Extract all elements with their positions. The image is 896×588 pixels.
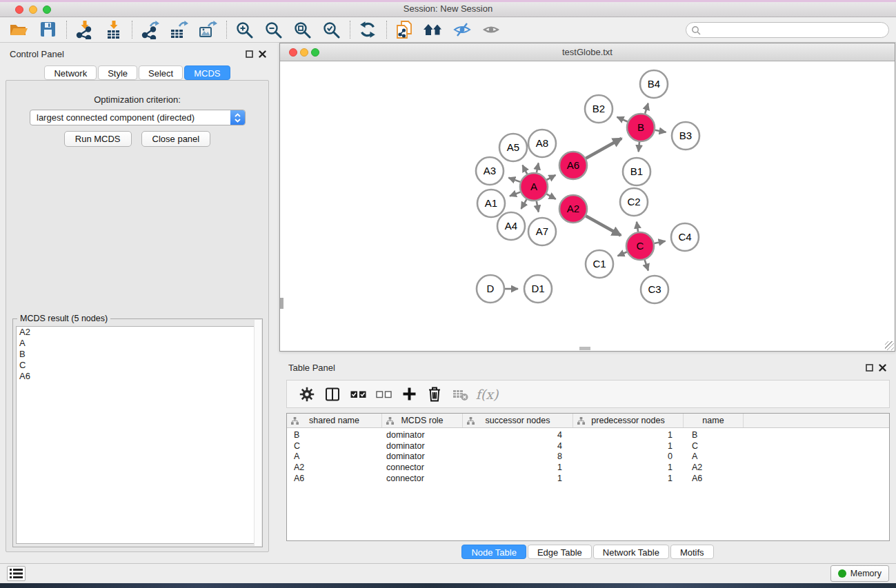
graph-node-C[interactable]: C [626, 232, 654, 260]
edge-A-A2[interactable] [546, 194, 555, 199]
import-table-button[interactable] [101, 19, 125, 41]
edge-B-B4[interactable] [645, 103, 648, 114]
edge-B-B2[interactable] [617, 117, 628, 122]
graph-node-B3[interactable]: B3 [672, 122, 699, 150]
canvas-vertical-scroll-thumb[interactable] [280, 298, 283, 309]
network-graph[interactable]: B4B2BB3A5A8A6A3B1AA1C2A2A4A7C4CC1C3DD1 [280, 62, 895, 352]
graph-node-A4[interactable]: A4 [497, 212, 525, 240]
edge-A-A8[interactable] [537, 163, 539, 173]
result-item[interactable]: A6 [17, 371, 259, 382]
float-panel-icon[interactable] [246, 50, 253, 58]
edge-A-A5[interactable] [523, 165, 528, 174]
result-item[interactable]: B [17, 349, 259, 360]
graph-node-C1[interactable]: C1 [586, 250, 613, 278]
edge-B-B3[interactable] [655, 130, 666, 132]
graph-node-A3[interactable]: A3 [476, 157, 504, 185]
edge-C-C4[interactable] [655, 241, 666, 243]
show-view-button[interactable] [479, 19, 503, 41]
export-network-button[interactable] [138, 19, 161, 41]
open-session-button[interactable] [7, 19, 30, 41]
table-row[interactable]: A2connector11A2 [287, 463, 889, 474]
edge-A-A7[interactable] [537, 201, 539, 212]
edge-A-A3[interactable] [508, 178, 520, 182]
result-item[interactable]: A [17, 338, 259, 349]
delete-column-button[interactable] [424, 384, 445, 405]
graph-node-A1[interactable]: A1 [477, 190, 505, 217]
tab-style[interactable]: Style [98, 65, 137, 80]
edge-C-C2[interactable] [637, 222, 638, 232]
zoom-out-button[interactable] [261, 19, 285, 41]
import-network-button[interactable] [72, 19, 96, 41]
edge-B-B1[interactable] [639, 142, 639, 152]
table-row[interactable]: Bdominator41B [287, 430, 889, 441]
result-list-scrollbar[interactable] [254, 320, 261, 546]
add-column-button[interactable] [399, 384, 419, 405]
table-row[interactable]: Cdominator41C [287, 441, 889, 452]
graph-node-D[interactable]: D [477, 275, 504, 303]
graph-node-A2[interactable]: A2 [559, 195, 587, 223]
run-mcds-button[interactable]: Run MCDS [64, 131, 132, 147]
function-builder-button[interactable]: f(x) [475, 384, 496, 405]
graph-node-A6[interactable]: A6 [559, 152, 587, 179]
table-settings-button[interactable] [297, 384, 317, 405]
graph-node-B4[interactable]: B4 [640, 70, 668, 98]
unselect-all-button[interactable] [373, 384, 394, 405]
table-row[interactable]: Adominator80A [287, 452, 889, 463]
graph-node-C3[interactable]: C3 [641, 276, 668, 303]
close-panel-icon[interactable] [259, 50, 266, 58]
graph-node-D1[interactable]: D1 [524, 275, 552, 303]
canvas-horizontal-scroll-thumb[interactable] [579, 347, 590, 350]
result-item[interactable]: C [17, 360, 259, 371]
home-layout-button[interactable] [421, 19, 445, 41]
show-columns-button[interactable] [322, 384, 343, 405]
column-header-shared-name[interactable]: shared name [287, 414, 382, 427]
export-image-button[interactable] [196, 19, 219, 41]
zoom-in-button[interactable] [232, 19, 256, 41]
graph-node-C4[interactable]: C4 [671, 223, 699, 251]
select-stepper[interactable] [230, 110, 245, 125]
graph-node-A8[interactable]: A8 [528, 130, 556, 157]
result-item[interactable]: A2 [17, 327, 259, 338]
export-table-button[interactable] [167, 19, 190, 41]
table-row[interactable]: A6connector11A6 [287, 474, 889, 485]
graph-node-C2[interactable]: C2 [620, 188, 648, 216]
column-header-name[interactable]: name [684, 414, 744, 427]
refresh-button[interactable] [356, 19, 379, 41]
graph-node-A5[interactable]: A5 [499, 134, 527, 161]
network-canvas[interactable]: B4B2BB3A5A8A6A3B1AA1C2A2A4A7C4CC1C3DD1 [280, 62, 895, 351]
graph-node-B2[interactable]: B2 [585, 95, 613, 123]
column-header-predecessor-nodes[interactable]: predecessor nodes [573, 414, 684, 427]
task-history-button[interactable] [7, 566, 26, 581]
tab-motifs[interactable]: Motifs [670, 545, 714, 559]
edge-C-C3[interactable] [645, 260, 648, 271]
select-all-button[interactable] [348, 384, 368, 405]
tab-select[interactable]: Select [139, 65, 183, 80]
column-header-MCDS-role[interactable]: MCDS role [382, 414, 463, 427]
memory-button[interactable]: Memory [830, 565, 889, 582]
zoom-fit-button[interactable] [290, 19, 314, 41]
tab-network[interactable]: Network [44, 65, 97, 80]
edge-A-A6[interactable] [546, 175, 555, 180]
tab-node-table[interactable]: Node Table [461, 545, 526, 559]
criterion-select[interactable]: largest connected component (directed) [30, 110, 246, 125]
tab-network-table[interactable]: Network Table [593, 545, 669, 559]
edge-C-C1[interactable] [618, 252, 627, 256]
save-session-button[interactable] [36, 19, 59, 41]
float-panel-icon[interactable] [866, 364, 873, 372]
edge-A6-B[interactable] [586, 139, 621, 159]
delete-table-button[interactable] [450, 384, 470, 405]
tab-mcds[interactable]: MCDS [184, 65, 230, 80]
edge-A-A1[interactable] [510, 192, 520, 196]
edge-A-A4[interactable] [521, 199, 527, 209]
edge-A2-C[interactable] [586, 216, 621, 235]
clone-network-button[interactable] [392, 19, 416, 41]
graph-node-B1[interactable]: B1 [623, 158, 650, 185]
zoom-selected-button[interactable] [319, 19, 343, 41]
close-panel-icon[interactable] [879, 364, 886, 372]
close-panel-button[interactable]: Close panel [141, 131, 211, 147]
graph-node-A7[interactable]: A7 [528, 218, 556, 245]
search-input[interactable] [686, 22, 889, 38]
column-header-successor-nodes[interactable]: successor nodes [463, 414, 573, 427]
graph-node-B[interactable]: B [627, 114, 655, 141]
hide-labels-button[interactable] [450, 19, 474, 41]
